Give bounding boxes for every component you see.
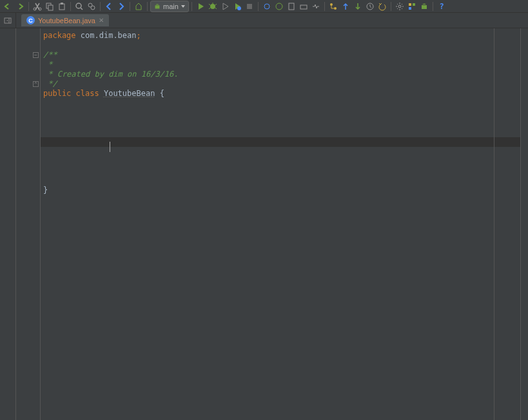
- code-line: */: [41, 79, 520, 89]
- code-line: [41, 41, 520, 50]
- svg-rect-21: [413, 3, 415, 6]
- android-icon[interactable]: [418, 1, 430, 12]
- code-line-current: [41, 137, 520, 147]
- separator: [70, 2, 71, 11]
- code-line: package com.dim.bean;: [41, 31, 520, 41]
- redo-arrow-icon[interactable]: [14, 1, 26, 12]
- main-toolbar: main ?: [0, 0, 528, 13]
- build-icon[interactable]: [133, 1, 144, 12]
- editor-area: − ⌃ package com.dim.bean; /** * * Create…: [0, 28, 528, 420]
- separator: [191, 2, 192, 11]
- right-margin-guide: [494, 28, 494, 420]
- code-line: [41, 147, 520, 157]
- code-line: [41, 176, 520, 186]
- svg-rect-20: [409, 3, 411, 6]
- close-icon[interactable]: ✕: [99, 17, 104, 24]
- update-icon[interactable]: [340, 1, 351, 12]
- svg-rect-5: [61, 3, 63, 5]
- svg-point-19: [398, 5, 401, 8]
- separator: [147, 2, 148, 11]
- code-line: [41, 128, 520, 137]
- project-panel-toggle[interactable]: [0, 13, 16, 28]
- cut-icon[interactable]: [32, 1, 43, 12]
- separator: [391, 2, 391, 11]
- run-icon[interactable]: [195, 1, 206, 12]
- code-line: [41, 157, 520, 166]
- code-line: * Created by dim on 16/3/16.: [41, 70, 520, 79]
- left-margin: [0, 28, 16, 420]
- separator: [100, 2, 101, 11]
- scroll-margin: [520, 28, 528, 420]
- fold-marker-open[interactable]: −: [33, 52, 39, 58]
- debug-icon[interactable]: [207, 1, 219, 12]
- attach-debug-icon[interactable]: [231, 1, 243, 12]
- code-editor[interactable]: package com.dim.bean; /** * * Created by…: [41, 28, 520, 420]
- commit-icon[interactable]: [352, 1, 364, 12]
- separator: [258, 2, 259, 11]
- code-line: [41, 118, 520, 128]
- back-icon[interactable]: [103, 1, 115, 12]
- svg-rect-23: [422, 5, 427, 9]
- run-coverage-icon[interactable]: [219, 1, 231, 12]
- text-cursor-icon: [108, 142, 112, 152]
- class-icon: C: [26, 16, 35, 24]
- code-line: }: [41, 186, 520, 195]
- help-icon[interactable]: ?: [436, 1, 447, 12]
- svg-rect-4: [59, 4, 64, 10]
- avd-icon[interactable]: [286, 1, 297, 12]
- separator: [433, 2, 433, 11]
- run-configuration-dropdown[interactable]: main: [150, 1, 189, 12]
- run-config-label: main: [163, 3, 179, 10]
- settings-icon[interactable]: [394, 1, 406, 12]
- svg-rect-14: [289, 3, 294, 10]
- svg-point-8: [91, 6, 95, 10]
- replace-icon[interactable]: [86, 1, 97, 12]
- forward-icon[interactable]: [115, 1, 127, 12]
- editor-tabs: C YoutubeBean.java ✕: [16, 13, 109, 28]
- separator: [28, 2, 29, 11]
- separator: [130, 2, 130, 11]
- stop-icon[interactable]: [244, 1, 255, 12]
- sync-gradle-icon[interactable]: [273, 1, 285, 12]
- separator: [324, 2, 325, 11]
- svg-text:?: ?: [439, 2, 444, 11]
- svg-rect-9: [155, 5, 160, 8]
- chevron-down-icon: [181, 4, 186, 9]
- fold-marker-close[interactable]: ⌃: [33, 81, 39, 87]
- svg-point-17: [334, 7, 337, 10]
- code-line: [41, 166, 520, 176]
- code-line: *: [41, 60, 520, 70]
- history-icon[interactable]: [364, 1, 376, 12]
- find-icon[interactable]: [73, 1, 85, 12]
- svg-rect-15: [300, 5, 307, 9]
- code-line: [41, 108, 520, 118]
- tab-youtubebean[interactable]: C YoutubeBean.java ✕: [21, 14, 109, 26]
- code-line: /**: [41, 50, 520, 60]
- svg-point-13: [276, 3, 282, 10]
- paste-icon[interactable]: [56, 1, 68, 12]
- android-icon: [153, 3, 161, 10]
- tab-label: YoutubeBean.java: [38, 17, 95, 24]
- structure-icon[interactable]: [406, 1, 418, 12]
- svg-point-6: [76, 3, 81, 8]
- vcs-icon[interactable]: [328, 1, 339, 12]
- sync-icon[interactable]: [261, 1, 273, 12]
- code-line: public class YoutubeBean {: [41, 89, 520, 99]
- svg-point-10: [210, 4, 215, 9]
- svg-point-16: [330, 3, 333, 6]
- tab-bar: C YoutubeBean.java ✕: [0, 13, 528, 28]
- svg-point-11: [237, 6, 241, 10]
- svg-rect-3: [48, 5, 53, 10]
- copy-icon[interactable]: [44, 1, 55, 12]
- sdk-icon[interactable]: [298, 1, 309, 12]
- code-line: [41, 99, 520, 108]
- undo-arrow-icon[interactable]: [2, 1, 14, 12]
- gutter[interactable]: − ⌃: [16, 28, 41, 420]
- svg-rect-12: [247, 4, 252, 9]
- svg-rect-22: [409, 7, 411, 10]
- revert-icon[interactable]: [376, 1, 388, 12]
- ddms-icon[interactable]: [310, 1, 322, 12]
